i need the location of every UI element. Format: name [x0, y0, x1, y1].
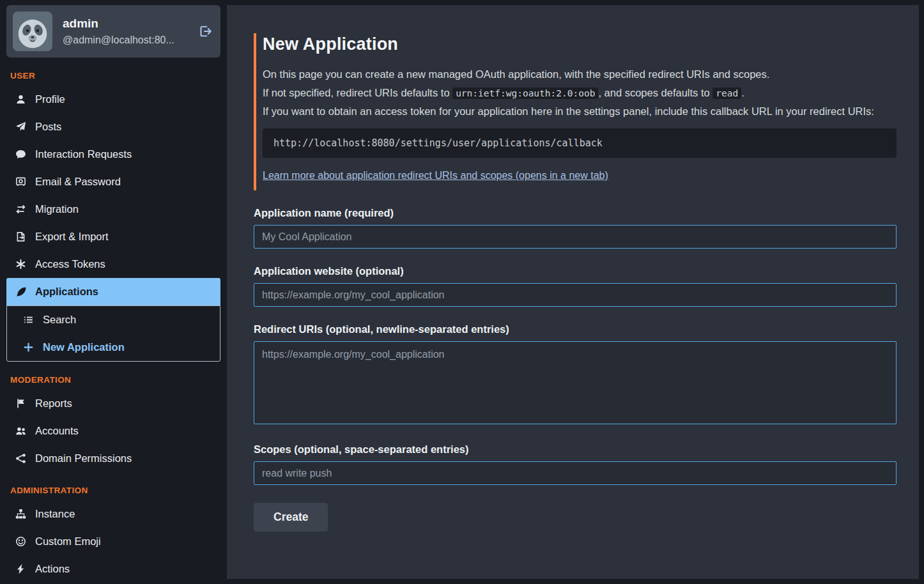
sitemap-icon	[15, 509, 26, 519]
scopes-input[interactable]	[254, 461, 897, 485]
page-title: New Application	[263, 35, 897, 54]
sidebar-item-label: Applications	[35, 286, 98, 298]
sidebar-item-label: Domain Permissions	[35, 452, 132, 465]
redirect-uris-label: Redirect URIs (optional, newline-separat…	[254, 323, 897, 335]
file-export-icon	[15, 231, 26, 242]
default-redirect-uri-code: urn:ietf:wg:oauth:2.0:oob	[452, 88, 598, 99]
administration-nav: Instance Custom Emoji Actions	[6, 500, 220, 583]
sidebar-item-migration[interactable]: Migration	[6, 196, 220, 223]
user-handle: @admin@localhost:80...	[63, 35, 174, 46]
section-label-moderation: MODERATION	[10, 375, 217, 385]
create-button[interactable]: Create	[254, 503, 328, 532]
sidebar-item-label: Accounts	[35, 425, 79, 437]
sidebar-item-accounts[interactable]: Accounts	[6, 417, 220, 445]
sidebar-item-label: New Application	[43, 341, 125, 353]
users-icon	[15, 426, 26, 436]
intro-block: New Application On this page you can cre…	[254, 33, 897, 190]
sidebar-item-label: Migration	[35, 203, 79, 215]
user-nav: Profile Posts Interaction Requests Email…	[6, 86, 220, 362]
feather-icon	[15, 286, 26, 297]
user-icon	[15, 94, 26, 105]
default-scope-code: read	[712, 88, 741, 99]
intro-line-2: If not specified, redirect URIs defaults…	[263, 85, 897, 101]
callback-url-codeblock: http://localhost:8080/settings/user/appl…	[263, 128, 897, 158]
share-nodes-icon	[15, 453, 26, 464]
application-name-label: Application name (required)	[254, 207, 897, 219]
sidebar-item-label: Actions	[35, 563, 70, 575]
section-label-administration: ADMINISTRATION	[10, 486, 217, 495]
sidebar-item-label: Reports	[35, 397, 72, 410]
comment-icon	[15, 149, 26, 160]
vault-icon	[15, 176, 26, 187]
sidebar-item-applications[interactable]: Applications	[6, 278, 220, 305]
user-card[interactable]: admin @admin@localhost:80...	[6, 5, 220, 58]
application-name-field: Application name (required)	[254, 207, 897, 249]
sidebar-item-label: Instance	[35, 508, 75, 520]
scopes-field: Scopes (optional, space-separated entrie…	[254, 443, 897, 485]
sidebar-item-search[interactable]: Search	[7, 306, 220, 334]
application-website-label: Application website (optional)	[254, 265, 897, 277]
sidebar-item-label: Search	[43, 314, 76, 326]
sidebar-item-label: Posts	[35, 121, 61, 133]
sidebar-item-custom-emoji[interactable]: Custom Emoji	[6, 528, 220, 555]
sidebar: admin @admin@localhost:80... USER Profil…	[0, 0, 227, 584]
sidebar-item-actions[interactable]: Actions	[6, 555, 220, 583]
user-name: admin	[63, 17, 174, 31]
bolt-icon	[15, 564, 26, 574]
sidebar-item-label: Profile	[35, 93, 65, 105]
flag-icon	[15, 398, 26, 409]
sidebar-item-profile[interactable]: Profile	[6, 86, 220, 113]
new-application-form: Application name (required) Application …	[254, 207, 897, 532]
intro-line-1: On this page you can create a new manage…	[263, 66, 897, 82]
arrows-left-right-icon	[15, 204, 26, 215]
redirect-uris-field: Redirect URIs (optional, newline-separat…	[254, 323, 897, 427]
sidebar-item-instance[interactable]: Instance	[6, 500, 220, 528]
sidebar-item-label: Access Tokens	[35, 258, 105, 270]
sidebar-item-new-application[interactable]: New Application	[7, 334, 220, 361]
sidebar-item-label: Interaction Requests	[35, 148, 132, 160]
application-website-field: Application website (optional)	[254, 265, 897, 307]
application-name-input[interactable]	[254, 225, 897, 249]
paper-plane-icon	[15, 121, 26, 132]
sidebar-item-label: Custom Emoji	[35, 535, 101, 548]
asterisk-icon	[15, 259, 26, 270]
sidebar-item-label: Email & Password	[35, 176, 121, 188]
moderation-nav: Reports Accounts Domain Permissions	[6, 390, 220, 472]
application-website-input[interactable]	[254, 283, 897, 307]
sidebar-item-export-import[interactable]: Export & Import	[6, 223, 220, 250]
sidebar-item-access-tokens[interactable]: Access Tokens	[6, 250, 220, 278]
learn-more-link[interactable]: Learn more about application redirect UR…	[263, 170, 608, 181]
intro-line-3: If you want to obtain an access token fo…	[263, 104, 897, 119]
sidebar-item-interaction-requests[interactable]: Interaction Requests	[6, 141, 220, 168]
redirect-uris-textarea[interactable]	[254, 341, 897, 424]
plus-icon	[22, 342, 34, 353]
section-label-user: USER	[10, 71, 217, 81]
sidebar-item-label: Export & Import	[35, 231, 109, 243]
smile-icon	[15, 536, 26, 547]
intro-line-2-pre: If not specified, redirect URIs defaults…	[263, 87, 452, 98]
applications-submenu: Search New Application	[6, 305, 220, 362]
list-icon	[22, 314, 34, 325]
sidebar-item-posts[interactable]: Posts	[6, 113, 220, 141]
sidebar-item-domain-permissions[interactable]: Domain Permissions	[6, 445, 220, 472]
sidebar-item-email-password[interactable]: Email & Password	[6, 168, 220, 196]
intro-line-2-mid: , and scopes defaults to	[598, 87, 712, 98]
main-panel: New Application On this page you can cre…	[227, 5, 919, 579]
logout-icon[interactable]	[199, 25, 212, 38]
intro-line-2-post: .	[741, 87, 744, 98]
scopes-label: Scopes (optional, space-separated entrie…	[254, 443, 897, 456]
sidebar-item-reports[interactable]: Reports	[6, 390, 220, 417]
avatar	[13, 12, 52, 51]
